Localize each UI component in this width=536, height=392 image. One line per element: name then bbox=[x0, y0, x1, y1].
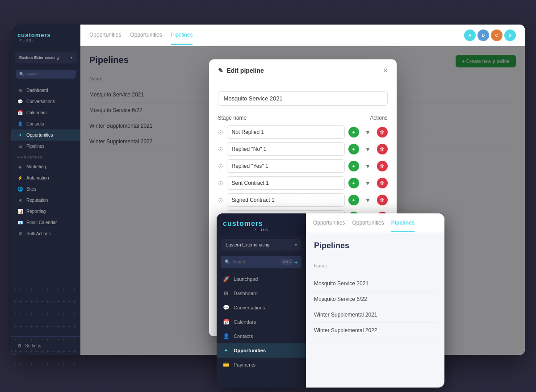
stage-add-button[interactable]: + bbox=[348, 178, 359, 188]
floating-table-row[interactable]: Winter Supplemental 2022 bbox=[314, 323, 436, 338]
stage-input[interactable] bbox=[227, 142, 345, 156]
floating-nav-item-calendars[interactable]: 📅 Calendars bbox=[217, 315, 306, 329]
nav-label: Conversations bbox=[234, 305, 265, 310]
conversations-icon: 💬 bbox=[17, 99, 23, 104]
tab-opportunities-sub[interactable]: Opportunities bbox=[130, 25, 162, 45]
stage-delete-button[interactable]: 🗑 bbox=[377, 195, 388, 205]
sidebar-item-sites[interactable]: 🌐 Sites bbox=[11, 183, 80, 195]
search-icon: 🔍 bbox=[19, 72, 24, 76]
sidebar-item-email-calendar[interactable]: 📧 Email Calendar bbox=[11, 217, 80, 228]
sidebar-item-label: Marketing bbox=[26, 164, 46, 169]
floating-search[interactable]: 🔍 Search ctrl K + bbox=[221, 256, 302, 268]
stage-add-button[interactable]: + bbox=[348, 127, 359, 138]
reporting-icon: 📊 bbox=[17, 209, 23, 214]
avatar-3: C bbox=[491, 29, 502, 41]
floating-account-name: Eastern Exterminating bbox=[226, 242, 269, 247]
stage-add-button[interactable]: + bbox=[348, 144, 359, 154]
close-button[interactable]: × bbox=[383, 67, 387, 75]
stage-filter-button[interactable]: ▼ bbox=[363, 144, 373, 154]
floating-table-row[interactable]: Mosquito Service 6/22 bbox=[314, 292, 436, 307]
tab-pipelines[interactable]: Pipelines bbox=[171, 25, 193, 45]
sidebar-search[interactable]: 🔍 Search bbox=[16, 70, 76, 79]
drag-handle-icon[interactable]: ⊙ bbox=[218, 129, 223, 136]
marketing-icon: ◈ bbox=[17, 164, 23, 169]
add-icon[interactable]: + bbox=[294, 259, 298, 266]
stage-row: ⊙ + ▼ 🗑 bbox=[218, 125, 388, 139]
avatar-group: A B C D bbox=[464, 29, 516, 41]
floating-nav-item-contacts[interactable]: 👤 Contacts bbox=[217, 329, 306, 343]
dashboard-icon: ⊞ bbox=[223, 290, 229, 296]
floating-logo-text: customers bbox=[223, 220, 300, 228]
stage-filter-button[interactable]: ▼ bbox=[363, 161, 373, 171]
floating-account[interactable]: Eastern Exterminating ▾ bbox=[221, 239, 302, 250]
stage-name-label: Stage name bbox=[218, 115, 247, 121]
nav-label: Payments bbox=[234, 362, 255, 367]
pipelines-icon: ⊟ bbox=[17, 144, 23, 149]
chevron-down-icon: ▾ bbox=[295, 242, 297, 247]
sidebar-item-reputation[interactable]: ★ Reputation bbox=[11, 195, 80, 206]
drag-handle-icon[interactable]: ⊙ bbox=[218, 163, 223, 170]
floating-nav-item-launchpad[interactable]: 🚀 Launchpad bbox=[217, 272, 306, 286]
floating-nav-item-opportunities[interactable]: ✦ Opportunities bbox=[217, 343, 306, 358]
stage-delete-button[interactable]: 🗑 bbox=[377, 161, 388, 171]
sidebar-item-contacts[interactable]: 👤 Contacts bbox=[11, 118, 80, 129]
opportunities-icon: ✦ bbox=[17, 133, 23, 138]
sidebar-item-pipelines[interactable]: ⊟ Pipelines bbox=[11, 141, 80, 152]
svg-text:+ + + + + + + + + + + +: + + + + + + + + + + + + bbox=[13, 360, 76, 367]
logo-text: customers bbox=[17, 32, 74, 38]
conversations-icon: 💬 bbox=[223, 304, 229, 311]
sidebar-item-conversations[interactable]: 💬 Conversations bbox=[11, 96, 80, 107]
sidebar-item-bulk-actions[interactable]: ⚙ Bulk Actions bbox=[11, 228, 80, 239]
floating-tab-pipelines[interactable]: Pipelines bbox=[391, 214, 415, 232]
floating-table-row[interactable]: Winter Supplemental 2021 bbox=[314, 307, 436, 323]
sidebar-item-calendars[interactable]: 📅 Calendars bbox=[11, 107, 80, 118]
calendars-icon: 📅 bbox=[223, 319, 229, 325]
stage-delete-button[interactable]: 🗑 bbox=[377, 178, 388, 188]
floating-nav-item-conversations[interactable]: 💬 Conversations bbox=[217, 300, 306, 315]
floating-main-content: Opportunities Opportunities Pipelines Pi… bbox=[306, 213, 444, 388]
floating-tab-opportunities-sub[interactable]: Opportunities bbox=[352, 214, 384, 232]
stage-input[interactable] bbox=[227, 193, 345, 207]
sidebar-item-automation[interactable]: ⚡ Automation bbox=[11, 172, 80, 183]
sidebar-item-label: Pipelines bbox=[26, 144, 45, 149]
edit-icon: ✎ bbox=[218, 67, 223, 74]
calendars-icon: 📅 bbox=[17, 110, 23, 115]
pipeline-name-input[interactable] bbox=[218, 91, 388, 106]
drag-handle-icon[interactable]: ⊙ bbox=[218, 146, 223, 153]
sidebar-item-label: Bulk Actions bbox=[26, 231, 50, 236]
nav-label: Calendars bbox=[234, 319, 256, 325]
sidebar-item-label: Opportunities bbox=[26, 133, 53, 138]
top-bar: Opportunities Opportunities Pipelines A … bbox=[80, 25, 525, 46]
stage-input[interactable] bbox=[227, 176, 345, 190]
stage-add-button[interactable]: + bbox=[348, 161, 359, 171]
avatar-2: B bbox=[477, 29, 489, 41]
sites-icon: 🌐 bbox=[17, 187, 23, 192]
stage-delete-button[interactable]: 🗑 bbox=[377, 144, 388, 154]
account-name: Eastern Exterminating bbox=[19, 55, 59, 60]
floating-content: Pipelines Name Mosquito Service 2021 Mos… bbox=[306, 233, 444, 346]
sidebar-account[interactable]: Eastern Exterminating ▾ bbox=[15, 52, 77, 63]
stage-input[interactable] bbox=[227, 159, 345, 173]
floating-nav-item-payments[interactable]: 💳 Payments bbox=[217, 358, 306, 372]
modal-header: ✎ Edit pipeline × bbox=[209, 59, 397, 82]
drag-handle-icon[interactable]: ⊙ bbox=[218, 196, 223, 204]
chevron-down-icon: ▾ bbox=[71, 56, 72, 60]
sidebar-item-marketing[interactable]: ◈ Marketing bbox=[11, 161, 80, 172]
drag-handle-icon[interactable]: ⊙ bbox=[218, 179, 223, 187]
floating-nav-item-dashboard[interactable]: ⊞ Dashboard bbox=[217, 286, 306, 300]
search-placeholder: Search bbox=[26, 72, 39, 76]
top-bar-actions: A B C D bbox=[464, 29, 516, 41]
tab-opportunities-header[interactable]: Opportunities bbox=[89, 25, 121, 45]
stage-row: ⊙ + ▼ 🗑 bbox=[218, 193, 388, 207]
sidebar-item-reporting[interactable]: 📊 Reporting bbox=[11, 206, 80, 217]
stage-add-button[interactable]: + bbox=[348, 195, 359, 205]
stage-filter-button[interactable]: ▼ bbox=[363, 127, 373, 138]
floating-table-row[interactable]: Mosquito Service 2021 bbox=[314, 276, 436, 292]
stage-delete-button[interactable]: 🗑 bbox=[377, 127, 388, 138]
stage-input[interactable] bbox=[227, 125, 345, 139]
floating-tab-opportunities[interactable]: Opportunities bbox=[313, 214, 345, 232]
stage-filter-button[interactable]: ▼ bbox=[363, 195, 373, 205]
sidebar-item-opportunities[interactable]: ✦ Opportunities bbox=[11, 129, 80, 141]
stage-filter-button[interactable]: ▼ bbox=[363, 178, 373, 188]
sidebar-item-dashboard[interactable]: ⊞ Dashboard bbox=[11, 85, 80, 96]
